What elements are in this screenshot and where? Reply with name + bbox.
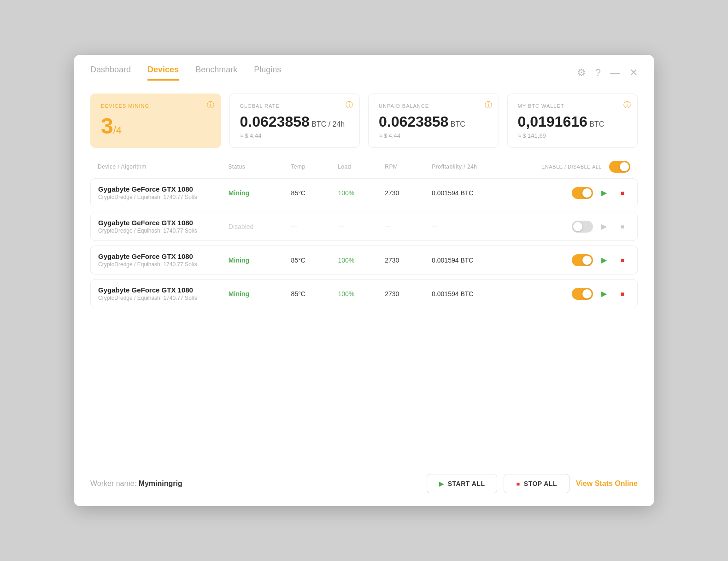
device-actions-3: ▶ ■ [526, 286, 630, 301]
title-bar: Dashboard Devices Benchmark Plugins ⚙ ? … [74, 55, 654, 81]
table-header: Device / Algorithm Status Temp Load RPM … [90, 157, 638, 176]
help-icon[interactable]: ? [595, 67, 601, 79]
device-profit-0: 0.001594 BTC [432, 189, 526, 197]
card-label-2: UNPAID BALANCE [379, 103, 488, 109]
device-status-2: Mining [229, 256, 291, 264]
device-profit-2: 0.001594 BTC [432, 257, 526, 264]
play-button-0[interactable]: ▶ [597, 186, 611, 200]
stop-button-0[interactable]: ■ [615, 186, 630, 200]
device-temp-2: 85°C [291, 257, 338, 264]
stop-button-3[interactable]: ■ [615, 286, 630, 301]
card-value-0: 3/4 [101, 113, 211, 139]
device-actions-2: ▶ ■ [526, 253, 630, 268]
view-stats-button[interactable]: View Stats Online [576, 479, 638, 488]
device-info-0: Gygabyte GeForce GTX 1080 CryptoDredge /… [98, 185, 229, 200]
device-load-0: 100% [338, 189, 385, 197]
card-value-1: 0.0623858 BTC / 24h [240, 113, 350, 130]
card-devices-mining: ⓘ DEVICES MINING 3/4 [90, 94, 221, 148]
device-actions-1: ▶ ■ [526, 219, 630, 234]
info-icon-0: ⓘ [207, 100, 214, 110]
device-status-1: Disabled [229, 222, 291, 231]
info-icon-3: ⓘ [623, 100, 631, 110]
device-rpm-0: 2730 [385, 189, 432, 197]
header-device: Device / Algorithm [98, 164, 228, 170]
device-toggle-0[interactable] [572, 187, 593, 199]
header-rpm: RPM [385, 164, 432, 170]
info-icon-2: ⓘ [485, 100, 492, 110]
card-label-1: GLOBAL RATE [240, 103, 350, 109]
tab-benchmark[interactable]: Benchmark [195, 65, 237, 81]
header-profit: Profitability / 24h [432, 164, 526, 170]
device-profit-3: 0.001594 BTC [432, 290, 526, 298]
card-label-0: DEVICES MINING [101, 103, 211, 109]
card-label-3: MY BTC WALLET [518, 103, 628, 109]
table-row: Gygabyte GeForce GTX 1080 CryptoDredge /… [90, 245, 638, 275]
window-controls: ⚙ ? — ✕ [577, 67, 638, 79]
device-name-3: Gygabyte GeForce GTX 1080 [98, 286, 229, 294]
card-value-3: 0,0191616 BTC [518, 113, 628, 130]
device-name-0: Gygabyte GeForce GTX 1080 [98, 185, 229, 193]
device-info-1: Gygabyte GeForce GTX 1080 CryptoDredge /… [98, 219, 229, 234]
device-load-3: 100% [338, 290, 385, 298]
master-toggle[interactable] [609, 161, 630, 173]
stop-all-icon: ■ [516, 480, 520, 487]
settings-icon[interactable]: ⚙ [577, 67, 586, 79]
device-status-0: Mining [229, 189, 291, 197]
device-table: Device / Algorithm Status Temp Load RPM … [74, 157, 654, 313]
stop-button-2[interactable]: ■ [615, 253, 630, 268]
table-row: Gygabyte GeForce GTX 1080 CryptoDredge /… [90, 178, 638, 207]
device-status-3: Mining [229, 290, 291, 298]
device-name-2: Gygabyte GeForce GTX 1080 [98, 252, 229, 260]
device-algo-2: CryptoDredge / Equihash: 1740.77 Sol/s [98, 261, 229, 268]
card-btc-wallet: ⓘ MY BTC WALLET 0,0191616 BTC ≈ $ 141,69 [507, 94, 638, 148]
table-row: Gygabyte GeForce GTX 1080 CryptoDredge /… [90, 279, 638, 308]
device-toggle-2[interactable] [572, 254, 593, 266]
start-all-button[interactable]: ▶ START ALL [427, 474, 497, 493]
device-rpm-3: 2730 [385, 290, 432, 298]
device-temp-1: --- [291, 223, 338, 230]
device-rpm-1: --- [385, 223, 432, 230]
tab-plugins[interactable]: Plugins [254, 65, 281, 81]
worker-label: Worker name: Myminingrig [90, 479, 182, 488]
device-actions-0: ▶ ■ [526, 186, 630, 200]
device-load-1: --- [338, 223, 385, 230]
minimize-icon[interactable]: — [610, 67, 620, 79]
play-button-2[interactable]: ▶ [597, 253, 611, 268]
device-rpm-2: 2730 [385, 257, 432, 264]
tab-devices[interactable]: Devices [147, 65, 179, 81]
device-temp-0: 85°C [291, 189, 338, 197]
device-algo-1: CryptoDredge / Equihash: 1740.77 Sol/s [98, 228, 229, 234]
cards-row: ⓘ DEVICES MINING 3/4 ⓘ GLOBAL RATE 0.062… [74, 81, 654, 157]
device-algo-3: CryptoDredge / Equihash: 1740.77 Sol/s [98, 295, 229, 301]
card-subvalue-1: ≈ $ 4.44 [240, 132, 350, 139]
device-info-2: Gygabyte GeForce GTX 1080 CryptoDredge /… [98, 252, 229, 268]
tab-dashboard[interactable]: Dashboard [90, 65, 131, 81]
card-value-2: 0.0623858 BTC [379, 113, 488, 130]
footer: Worker name: Myminingrig ▶ START ALL ■ S… [74, 461, 654, 506]
device-toggle-1[interactable] [572, 221, 593, 233]
play-button-3[interactable]: ▶ [597, 286, 611, 301]
card-global-rate: ⓘ GLOBAL RATE 0.0623858 BTC / 24h ≈ $ 4.… [229, 94, 360, 148]
footer-actions: ▶ START ALL ■ STOP ALL View Stats Online [427, 474, 638, 493]
device-profit-1: --- [432, 223, 526, 230]
stop-button-1[interactable]: ■ [615, 219, 630, 234]
card-unpaid-balance: ⓘ UNPAID BALANCE 0.0623858 BTC ≈ $ 4.44 [368, 94, 499, 148]
enable-disable-label: ENABLE / DISABLE ALL [541, 164, 602, 169]
header-temp: Temp [291, 164, 338, 170]
device-info-3: Gygabyte GeForce GTX 1080 CryptoDredge /… [98, 286, 229, 301]
close-icon[interactable]: ✕ [629, 67, 638, 79]
header-actions: ENABLE / DISABLE ALL [526, 161, 630, 173]
nav-tabs: Dashboard Devices Benchmark Plugins [90, 65, 281, 81]
card-subvalue-3: ≈ $ 141,69 [518, 132, 628, 139]
start-all-icon: ▶ [439, 480, 444, 487]
card-subvalue-2: ≈ $ 4.44 [379, 132, 488, 139]
info-icon-1: ⓘ [346, 100, 353, 110]
device-toggle-3[interactable] [572, 288, 593, 300]
app-window: Dashboard Devices Benchmark Plugins ⚙ ? … [74, 55, 654, 506]
header-status: Status [228, 164, 291, 170]
stop-all-button[interactable]: ■ STOP ALL [504, 474, 569, 493]
table-row: Gygabyte GeForce GTX 1080 CryptoDredge /… [90, 212, 638, 241]
device-load-2: 100% [338, 257, 385, 264]
header-load: Load [338, 164, 385, 170]
play-button-1[interactable]: ▶ [597, 219, 611, 234]
